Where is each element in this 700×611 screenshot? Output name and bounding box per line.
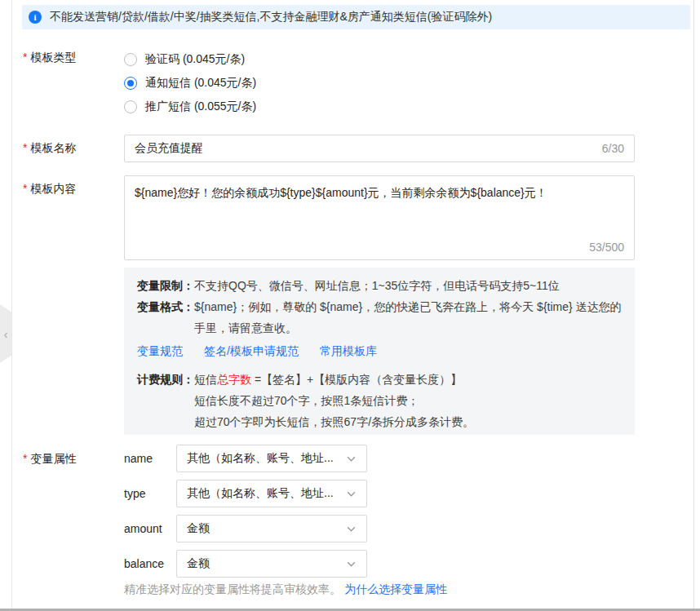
required-asterisk: * bbox=[23, 51, 27, 64]
attr-row-type: type 其他（如名称、账号、地址... bbox=[124, 480, 367, 507]
select-value: 其他（如名称、账号、地址... bbox=[187, 486, 334, 501]
billing-rules-label: 计费规则： bbox=[137, 369, 194, 390]
template-name-label: *模板名称 bbox=[23, 141, 124, 156]
variable-limit-text: 不支持QQ号、微信号、网址信息；1~35位字符，但电话号码支持5~11位 bbox=[194, 275, 560, 296]
variable-format-label: 变量格式： bbox=[137, 296, 194, 339]
variable-spec-link[interactable]: 变量规范 bbox=[137, 340, 183, 361]
chevron-down-icon bbox=[346, 454, 357, 464]
variable-tips-box: 变量限制： 不支持QQ号、微信号、网址信息；1~35位字符，但电话号码支持5~1… bbox=[124, 268, 635, 369]
char-counter: 53/500 bbox=[589, 239, 624, 255]
billing-rules-box: 计费规则： 短信总字数 =【签名】+【模版内容（含变量长度）】 短信长度不超过7… bbox=[124, 366, 635, 435]
template-name-input[interactable]: 会员充值提醒 6/30 bbox=[124, 135, 635, 162]
required-asterisk: * bbox=[23, 452, 27, 465]
required-asterisk: * bbox=[23, 182, 27, 195]
template-content-value: ${name}您好！您的余额成功${type}${amount}元，当前剩余余额… bbox=[135, 186, 547, 199]
radio-selected-icon bbox=[124, 77, 137, 90]
select-value: 其他（如名称、账号、地址... bbox=[187, 451, 334, 466]
chevron-down-icon bbox=[346, 489, 357, 499]
attr-select-name[interactable]: 其他（如名称、账号、地址... bbox=[176, 445, 367, 472]
variable-format-text: ${name}；例如，尊敬的 ${name}，您的快递已飞奔在路上，将今天 ${… bbox=[194, 296, 622, 339]
attr-select-amount[interactable]: 金额 bbox=[176, 515, 367, 542]
attr-row-name: name 其他（如名称、账号、地址... bbox=[124, 445, 367, 472]
info-banner: i 不能发送营销/贷款/借款/中奖/抽奖类短信,不支持金融理财&房产通知类短信(… bbox=[22, 5, 690, 29]
why-choose-attr-link[interactable]: 为什么选择变量属性 bbox=[344, 582, 447, 596]
radio-label: 推广短信 (0.055元/条) bbox=[145, 100, 256, 114]
radio-option-notification-sms[interactable]: 通知短信 (0.045元/条) bbox=[124, 74, 256, 91]
variable-limit-label: 变量限制： bbox=[137, 275, 194, 296]
billing-line1-highlight: 总字数 bbox=[217, 373, 251, 386]
attr-name: amount bbox=[124, 522, 176, 535]
variable-attrs-label: *变量属性 bbox=[23, 445, 124, 585]
variable-attrs-list: name 其他（如名称、账号、地址... type 其他（如名称、账号、地址..… bbox=[124, 445, 367, 585]
variable-limit-line: 变量限制： 不支持QQ号、微信号、网址信息；1~35位字符，但电话号码支持5~1… bbox=[137, 275, 622, 296]
variable-attrs-row: *变量属性 name 其他（如名称、账号、地址... type 其他（如名称、账… bbox=[23, 445, 367, 585]
template-content-label: *模板内容 bbox=[23, 175, 124, 260]
attr-name: name bbox=[124, 452, 176, 465]
radio-icon bbox=[124, 100, 137, 113]
select-value: 金额 bbox=[187, 556, 210, 571]
template-name-value: 会员充值提醒 bbox=[135, 141, 203, 156]
billing-line1-prefix: 短信 bbox=[194, 373, 217, 386]
panel-border-right bbox=[693, 0, 694, 609]
variable-format-line: 变量格式： ${name}；例如，尊敬的 ${name}，您的快递已飞奔在路上，… bbox=[137, 296, 622, 339]
required-asterisk: * bbox=[23, 141, 27, 154]
attr-row-amount: amount 金额 bbox=[124, 515, 367, 542]
radio-option-promo-sms[interactable]: 推广短信 (0.055元/条) bbox=[124, 98, 256, 115]
template-type-row: *模板类型 验证码 (0.045元/条) 通知短信 (0.045元/条) 推广短… bbox=[23, 51, 256, 122]
banner-text: 不能发送营销/贷款/借款/中奖/抽奖类短信,不支持金融理财&房产通知类短信(验证… bbox=[50, 10, 492, 24]
sidebar-collapse-handle[interactable]: ‹ bbox=[0, 304, 11, 363]
attr-select-type[interactable]: 其他（如名称、账号、地址... bbox=[176, 480, 367, 507]
panel-border-left bbox=[11, 0, 12, 609]
chevron-down-icon bbox=[346, 524, 357, 534]
attrs-hint-row: 精准选择对应的变量属性将提高审核效率。 为什么选择变量属性 bbox=[124, 582, 447, 597]
billing-line1-suffix: =【签名】+【模版内容（含变量长度）】 bbox=[251, 373, 462, 386]
billing-rules-line3: 超过70个字即为长短信，按照67字/条拆分成多条计费。 bbox=[137, 411, 622, 432]
radio-label: 通知短信 (0.045元/条) bbox=[145, 76, 256, 91]
radio-icon bbox=[124, 53, 137, 66]
template-name-row: *模板名称 会员充值提醒 6/30 bbox=[23, 135, 635, 162]
common-template-library-link[interactable]: 常用模板库 bbox=[320, 340, 377, 361]
billing-rules-line1: 计费规则： 短信总字数 =【签名】+【模版内容（含变量长度）】 bbox=[137, 369, 622, 390]
attr-row-balance: balance 金额 bbox=[124, 550, 367, 578]
char-counter: 6/30 bbox=[602, 142, 624, 155]
chevron-down-icon bbox=[346, 559, 357, 569]
attrs-hint-text: 精准选择对应的变量属性将提高审核效率。 bbox=[124, 582, 341, 596]
template-type-radio-group: 验证码 (0.045元/条) 通知短信 (0.045元/条) 推广短信 (0.0… bbox=[124, 51, 256, 122]
select-value: 金额 bbox=[187, 521, 210, 536]
template-content-textarea[interactable]: ${name}您好！您的余额成功${type}${amount}元，当前剩余余额… bbox=[124, 175, 635, 260]
template-content-row: *模板内容 ${name}您好！您的余额成功${type}${amount}元，… bbox=[23, 175, 635, 260]
radio-option-verification-code[interactable]: 验证码 (0.045元/条) bbox=[124, 51, 256, 68]
attr-name: balance bbox=[124, 557, 176, 570]
variable-tip-links: 变量规范 签名/模板申请规范 常用模板库 bbox=[137, 340, 622, 361]
attr-name: type bbox=[124, 487, 176, 500]
attr-select-balance[interactable]: 金额 bbox=[176, 550, 367, 578]
template-type-label: *模板类型 bbox=[23, 51, 124, 122]
signature-template-spec-link[interactable]: 签名/模板申请规范 bbox=[204, 340, 299, 361]
billing-rules-line2: 短信长度不超过70个字，按照1条短信计费； bbox=[137, 390, 622, 411]
info-icon: i bbox=[29, 11, 42, 24]
radio-label: 验证码 (0.045元/条) bbox=[145, 52, 245, 67]
chevron-left-icon: ‹ bbox=[4, 328, 8, 340]
